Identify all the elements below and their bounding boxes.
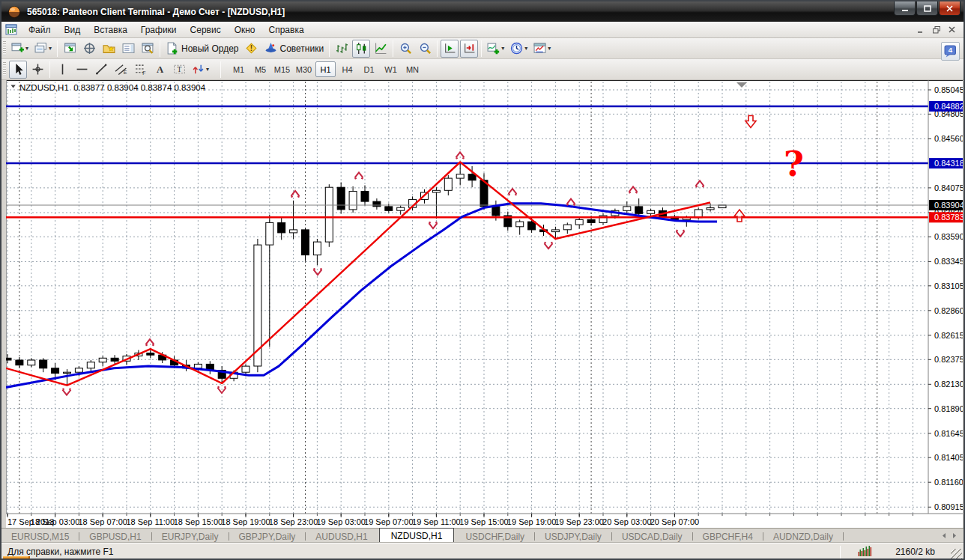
zoom-in-button[interactable] xyxy=(396,40,414,58)
menu-item-help[interactable]: Справка xyxy=(262,22,311,37)
text-button[interactable]: A xyxy=(151,61,169,79)
cursor-button[interactable] xyxy=(9,61,27,79)
candle xyxy=(325,187,333,242)
timeframe-w1-button[interactable]: W1 xyxy=(381,61,401,77)
horizontal-line-button[interactable] xyxy=(73,61,91,79)
menu-item-charts[interactable]: Графики xyxy=(134,22,184,37)
candle xyxy=(373,201,381,207)
time-label: 18 Sep 15:00 xyxy=(174,517,223,526)
toolbar-grip[interactable] xyxy=(3,62,6,77)
tab-usdchf[interactable]: USDCHF,Daily xyxy=(456,530,534,543)
svg-text:T: T xyxy=(177,65,181,73)
timeframe-m5-button[interactable]: M5 xyxy=(250,61,270,77)
timeframe-m15-button[interactable]: M15 xyxy=(272,61,292,77)
market-watch-button[interactable] xyxy=(61,40,79,58)
chart-bars-button[interactable] xyxy=(333,40,351,58)
chart-line-button[interactable] xyxy=(372,40,390,58)
chart-close-button[interactable] xyxy=(945,23,959,36)
trendline-button[interactable] xyxy=(92,61,110,79)
dropdown-arrow-icon: ▾ xyxy=(524,45,527,52)
tab-eurusd[interactable]: EURUSD,M15 xyxy=(1,530,79,543)
community-button[interactable]: 4 xyxy=(941,42,960,61)
menu-item-view[interactable]: Вид xyxy=(58,22,88,37)
expert-advisors-button[interactable]: Советники xyxy=(262,40,327,58)
indicators-button[interactable]: ▾ xyxy=(485,40,506,58)
time-label: 19 Sep 19:00 xyxy=(507,517,556,526)
title-bar: 565018: Panteon Client Terminal - Демо С… xyxy=(1,1,964,22)
timeframe-mn-button[interactable]: MN xyxy=(402,61,423,77)
candle xyxy=(361,192,369,202)
timeframe-d1-button[interactable]: D1 xyxy=(359,61,379,77)
equidistant-channel-button[interactable]: E xyxy=(112,61,130,79)
periods-button[interactable]: ▾ xyxy=(508,40,530,58)
candle xyxy=(6,358,11,360)
terminal-button[interactable] xyxy=(119,40,137,58)
resize-grip[interactable] xyxy=(951,549,962,560)
candle xyxy=(87,362,94,368)
navigator-button[interactable] xyxy=(100,40,118,58)
auto-scroll-button[interactable] xyxy=(441,40,459,58)
tab-nzdusd[interactable]: NZDUSD,H1 xyxy=(379,528,455,543)
price-tick-label: 0.81160 xyxy=(934,478,963,487)
tabs-scroll-right-icon[interactable] xyxy=(952,532,958,539)
menu-item-window[interactable]: Окно xyxy=(228,22,262,37)
chart-candles-button[interactable] xyxy=(352,40,370,58)
timeframe-h4-button[interactable]: H4 xyxy=(337,61,357,77)
question-annotation[interactable]: ? xyxy=(784,144,804,184)
candle xyxy=(242,366,249,372)
tab-gbpchf[interactable]: GBPCHF,H4 xyxy=(693,530,763,543)
time-label: 18 Sep 03:00 xyxy=(31,517,79,526)
window-close-button[interactable] xyxy=(939,1,961,16)
text-label-button[interactable]: T xyxy=(170,61,188,79)
new-chart-button[interactable]: ▾ xyxy=(9,40,31,58)
chart-minimize-button[interactable] xyxy=(913,23,928,36)
zoom-out-button[interactable] xyxy=(416,40,434,58)
periods-icon xyxy=(510,42,523,55)
profiles-button[interactable]: ▾ xyxy=(32,40,54,58)
strategy-tester-button[interactable] xyxy=(139,40,157,58)
candle xyxy=(623,207,631,210)
templates-button[interactable]: ▾ xyxy=(531,40,553,58)
menu-item-service[interactable]: Сервис xyxy=(184,22,228,37)
window-maximize-button[interactable] xyxy=(916,1,938,16)
chart-restore-button[interactable] xyxy=(929,23,943,36)
tab-usdjpy[interactable]: USDJPY,Daily xyxy=(535,530,611,543)
data-window-button[interactable] xyxy=(80,40,98,58)
candle xyxy=(52,368,59,374)
toolbar-separator xyxy=(57,40,58,57)
tab-gbpjpy[interactable]: GBPJPY,Daily xyxy=(229,530,306,543)
timeframe-m30-button[interactable]: M30 xyxy=(294,61,314,77)
tabs-scroll-left-icon[interactable] xyxy=(941,532,947,539)
candle xyxy=(516,222,524,227)
zoom-out-icon xyxy=(419,42,432,55)
svg-text:0.83904: 0.83904 xyxy=(934,201,963,210)
candle xyxy=(147,353,154,356)
toolbar-separator xyxy=(481,40,482,57)
tab-usdcad[interactable]: USDCAD,Daily xyxy=(612,530,692,543)
tab-gbpusd[interactable]: GBPUSD,H1 xyxy=(79,530,151,543)
tab-audusd[interactable]: AUDUSD,H1 xyxy=(306,530,377,543)
metaeditor-button[interactable]: ! xyxy=(243,40,261,58)
menu-item-file[interactable]: Файл xyxy=(22,22,58,37)
chart-shift-button[interactable] xyxy=(460,40,478,58)
window-minimize-button[interactable] xyxy=(894,1,916,16)
new-order-button[interactable]: Новый Ордер xyxy=(163,40,241,58)
menu-item-insert[interactable]: Вставка xyxy=(87,22,134,37)
toolbar-grip[interactable] xyxy=(3,41,6,56)
navigator-icon xyxy=(103,42,115,55)
arrows-button[interactable]: ▾ xyxy=(190,61,211,79)
fibonacci-button[interactable]: F xyxy=(131,61,149,79)
timeframe-h1-button[interactable]: H1 xyxy=(315,61,336,77)
timeframe-m1-button[interactable]: M1 xyxy=(229,61,249,77)
crosshair-button[interactable] xyxy=(28,61,46,79)
strategy-tester-icon xyxy=(142,42,154,55)
vertical-line-button[interactable] xyxy=(53,61,71,79)
time-label: 19 Sep 15:00 xyxy=(459,517,508,526)
price-chart: ?0.850450.848050.845600.840750.838300.83… xyxy=(6,80,963,528)
candle xyxy=(456,174,464,178)
tab-eurjpy[interactable]: EURJPY,Daily xyxy=(152,530,229,543)
candle xyxy=(40,360,47,368)
tab-audnzd[interactable]: AUDNZD,Daily xyxy=(763,530,843,543)
toolbar-separator xyxy=(49,61,50,78)
expert-advisors-icon xyxy=(264,42,277,55)
